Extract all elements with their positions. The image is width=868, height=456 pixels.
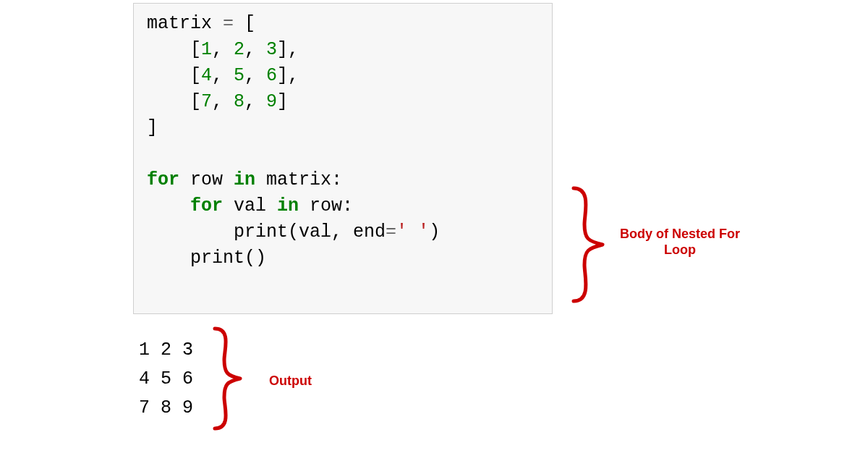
code-line: [4, 5, 6],	[147, 65, 299, 86]
output-label: Output	[269, 373, 312, 389]
body-label: Body of Nested For Loop	[615, 226, 745, 258]
code-line: for val in row:	[147, 195, 353, 216]
code-line: [7, 8, 9]	[147, 91, 288, 112]
code-line: [1, 2, 3],	[147, 39, 299, 60]
code-line: print()	[147, 248, 266, 269]
output-row: 4 5 6	[139, 368, 193, 389]
code-line: print(val, end=' ')	[147, 221, 440, 242]
code-line: ]	[147, 117, 158, 138]
output-block: 1 2 3 4 5 6 7 8 9	[139, 336, 193, 423]
output-row: 7 8 9	[139, 397, 193, 418]
brace-body-icon	[570, 185, 606, 305]
code-line: for row in matrix:	[147, 169, 342, 190]
code-line: matrix = [	[147, 13, 255, 34]
code-block: matrix = [ [1, 2, 3], [4, 5, 6], [7, 8, …	[133, 3, 553, 314]
output-row: 1 2 3	[139, 339, 193, 360]
brace-output-icon	[211, 325, 244, 432]
